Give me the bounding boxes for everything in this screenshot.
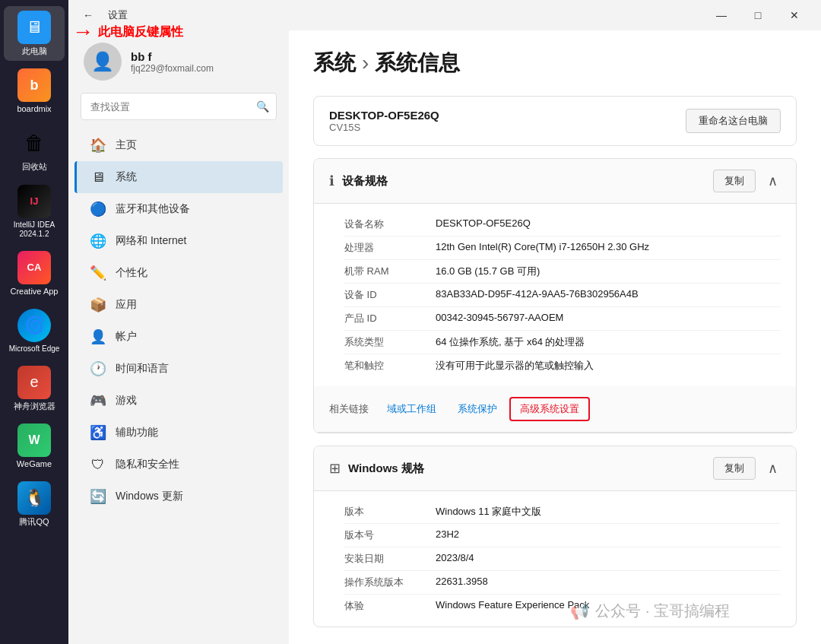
device-specs-title: 设备规格 — [342, 174, 388, 189]
gaming-icon: 🎮 — [90, 392, 106, 409]
taskbar-item-qq[interactable]: 🐧 腾讯QQ — [4, 477, 65, 531]
protection-link-button[interactable]: 系统保护 — [449, 398, 506, 420]
nav-item-accounts[interactable]: 👤 帐户 — [74, 321, 283, 353]
breadcrumb-parent: 系统 — [313, 49, 356, 78]
row-value: 2023/8/4 — [436, 552, 781, 566]
nav-label-home: 主页 — [116, 138, 137, 152]
table-row: 处理器 12th Gen Intel(R) Core(TM) i7-12650H… — [344, 236, 781, 260]
table-row: 设备名称 DESKTOP-OF5E26Q — [344, 213, 781, 236]
row-key: 版本号 — [344, 528, 436, 542]
accessibility-icon: ♿ — [90, 424, 106, 441]
windows-specs-copy-button[interactable]: 复制 — [713, 457, 756, 480]
row-value: 00342-30945-56797-AAOEM — [436, 312, 781, 325]
intellij-icon: IJ — [17, 185, 51, 218]
close-button[interactable]: ✕ — [777, 3, 812, 27]
apps-icon: 📦 — [90, 297, 106, 313]
nav-item-home[interactable]: 🏠 主页 — [74, 129, 283, 161]
nav-item-personalization[interactable]: ✏️ 个性化 — [74, 257, 283, 289]
section-title-row: ℹ 设备规格 — [329, 173, 388, 189]
time-icon: 🕐 — [90, 360, 106, 377]
bluetooth-icon: 🔵 — [90, 201, 106, 217]
breadcrumb-separator: › — [362, 51, 369, 75]
nav-item-bluetooth[interactable]: 🔵 蓝牙和其他设备 — [74, 193, 283, 225]
nav-item-time[interactable]: 🕐 时间和语言 — [74, 353, 283, 385]
taskbar-item-label-this-pc: 此电脑 — [22, 46, 47, 56]
windows-specs-collapse-button[interactable]: ∧ — [765, 460, 781, 477]
nav-item-accessibility[interactable]: ♿ 辅助功能 — [74, 417, 283, 449]
nav-label-update: Windows 更新 — [116, 490, 183, 503]
windows-specs-header: ⊞ Windows 规格 复制 ∧ — [314, 446, 796, 491]
nav-label-bluetooth: 蓝牙和其他设备 — [116, 202, 190, 216]
nav-item-apps[interactable]: 📦 应用 — [74, 289, 283, 321]
table-row: 安装日期 2023/8/4 — [344, 547, 781, 571]
taskbar-item-creative[interactable]: CA Creative App — [4, 246, 65, 301]
annotation: → 此电脑反键属性 — [72, 21, 183, 43]
taskbar-item-wegame[interactable]: W WeGame — [4, 419, 65, 474]
taskbar-item-label-intellij: IntelliJ IDEA 2024.1.2 — [7, 220, 62, 239]
network-icon: 🌐 — [90, 233, 106, 249]
computer-model: CV15S — [329, 122, 439, 133]
nav-item-system[interactable]: 🖥 系统 — [74, 161, 283, 193]
computer-card: DESKTOP-OF5E26Q CV15S 重命名这台电脑 — [313, 96, 797, 146]
nav-label-network: 网络和 Internet — [116, 234, 186, 248]
related-links: 相关链接 域或工作组 系统保护 高级系统设置 — [314, 386, 796, 433]
row-value: 没有可用于此显示器的笔或触控输入 — [436, 359, 781, 373]
taskbar-item-label-creative: Creative App — [11, 287, 59, 297]
rename-button[interactable]: 重命名这台电脑 — [686, 109, 781, 133]
device-specs-header: ℹ 设备规格 复制 ∧ — [314, 159, 796, 204]
advanced-link-button[interactable]: 高级系统设置 — [509, 397, 590, 421]
row-key: 系统类型 — [344, 335, 436, 349]
nav-label-privacy: 隐私和安全性 — [116, 458, 179, 471]
qq-icon: 🐧 — [17, 481, 51, 515]
taskbar-item-intellij[interactable]: IJ IntelliJ IDEA 2024.1.2 — [4, 180, 65, 243]
taskbar-item-this-pc[interactable]: 🖥 此电脑 — [4, 6, 65, 61]
minimize-button[interactable]: — — [704, 3, 739, 27]
window-controls: — □ ✕ — [704, 3, 812, 27]
info-icon: ℹ — [329, 173, 334, 189]
row-key: 机带 RAM — [344, 265, 436, 278]
row-key: 设备 ID — [344, 288, 436, 302]
taskbar-item-label-boardmix: boardmix — [17, 104, 51, 114]
row-key: 笔和触控 — [344, 359, 436, 373]
table-row: 笔和触控 没有可用于此显示器的笔或触控输入 — [344, 354, 781, 377]
table-row: 机带 RAM 16.0 GB (15.7 GB 可用) — [344, 260, 781, 284]
wegame-icon: W — [17, 424, 51, 457]
row-key: 安装日期 — [344, 552, 436, 566]
device-specs-copy-button[interactable]: 复制 — [713, 170, 756, 192]
window-title: 设置 — [108, 8, 128, 22]
table-row: 系统类型 64 位操作系统, 基于 x64 的处理器 — [344, 331, 781, 354]
taskbar-item-label-edge: Microsoft Edge — [9, 344, 60, 354]
search-icon: 🔍 — [256, 100, 269, 113]
avatar: 👤 — [84, 43, 122, 81]
taskbar-item-browser[interactable]: e 神舟浏览器 — [4, 361, 65, 416]
row-value: Windows 11 家庭中文版 — [436, 505, 781, 519]
nav-label-gaming: 游戏 — [116, 394, 137, 408]
nav-item-gaming[interactable]: 🎮 游戏 — [74, 385, 283, 417]
domain-link-button[interactable]: 域或工作组 — [378, 398, 445, 420]
row-key: 操作系统版本 — [344, 576, 436, 589]
search-input[interactable] — [81, 93, 277, 120]
windows-icon: ⊞ — [329, 460, 341, 477]
breadcrumb: 系统 › 系统信息 — [313, 49, 797, 78]
row-key: 体验 — [344, 599, 436, 613]
breadcrumb-current: 系统信息 — [375, 49, 460, 78]
taskbar-item-recycle[interactable]: 🗑 回收站 — [4, 122, 65, 176]
taskbar-item-boardmix[interactable]: b boardmix — [4, 64, 65, 119]
boardmix-icon: b — [17, 68, 51, 102]
windows-specs-section: ⊞ Windows 规格 复制 ∧ 版本 Windows 11 家庭中文版 版本… — [313, 446, 797, 627]
nav-item-update[interactable]: 🔄 Windows 更新 — [74, 481, 283, 512]
home-icon: 🏠 — [90, 137, 106, 154]
right-content: 系统 › 系统信息 DESKTOP-OF5E26Q CV15S 重命名这台电脑 … — [289, 30, 821, 644]
windows-specs-title: Windows 规格 — [348, 462, 424, 476]
taskbar-item-label-recycle: 回收站 — [22, 162, 47, 172]
maximize-button[interactable]: □ — [740, 3, 775, 27]
row-value: 83AB33AD-D95F-412A-9AA5-76B302956A4B — [436, 288, 781, 302]
taskbar-item-label-browser: 神舟浏览器 — [14, 401, 55, 411]
taskbar: 🖥 此电脑 b boardmix 🗑 回收站 IJ IntelliJ IDEA … — [0, 0, 68, 644]
personalization-icon: ✏️ — [90, 265, 106, 281]
annotation-text: 此电脑反键属性 — [98, 24, 183, 40]
device-specs-collapse-button[interactable]: ∧ — [765, 173, 781, 189]
nav-item-privacy[interactable]: 🛡 隐私和安全性 — [74, 449, 283, 481]
taskbar-item-edge[interactable]: 🌀 Microsoft Edge — [4, 304, 65, 358]
nav-item-network[interactable]: 🌐 网络和 Internet — [74, 225, 283, 257]
